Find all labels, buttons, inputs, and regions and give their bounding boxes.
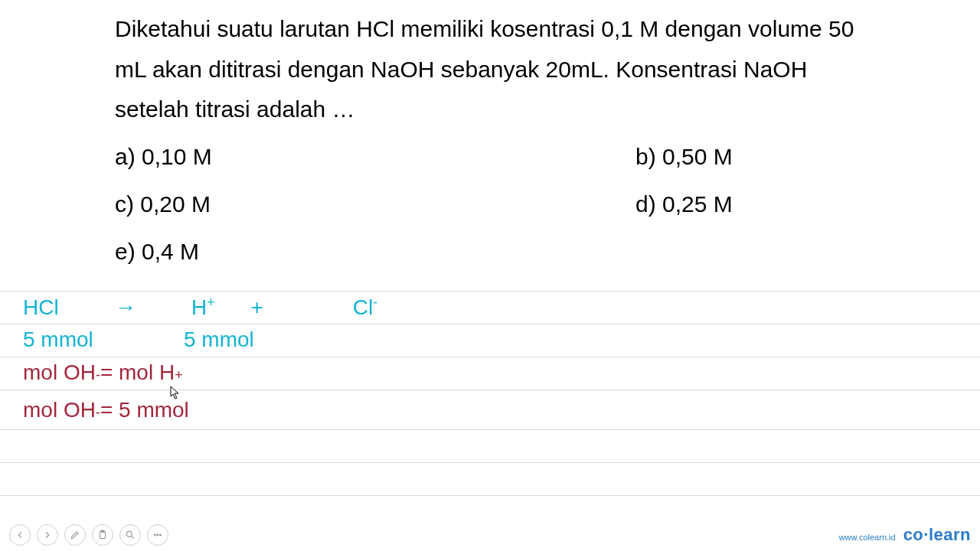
plus-sign: + <box>215 295 299 320</box>
svg-point-4 <box>155 534 156 536</box>
eq2-sup1: - <box>96 405 100 421</box>
chevron-left-icon <box>15 530 25 540</box>
pen-button[interactable] <box>64 524 86 546</box>
eq1-sup1: - <box>96 367 100 383</box>
work-line-3: mol OH- = mol H+ <box>0 357 980 390</box>
eq1-mid: = mol H <box>100 360 175 385</box>
cl-symbol: Cl <box>353 295 373 319</box>
next-button[interactable] <box>37 524 58 546</box>
clipboard-icon <box>97 530 108 540</box>
more-button[interactable] <box>147 524 168 546</box>
bottom-toolbar: www.colearn.id co·learn <box>0 519 980 551</box>
option-c: c) 0,20 M <box>115 191 635 217</box>
option-row: e) 0,4 M <box>115 239 865 265</box>
chevron-right-icon <box>42 530 53 540</box>
option-d: d) 0,25 M <box>635 191 733 217</box>
zoom-button[interactable] <box>119 524 141 546</box>
svg-line-3 <box>132 536 134 539</box>
brand-url: www.colearn.id <box>839 533 896 542</box>
mmol-right: 5 mmol <box>184 328 254 352</box>
arrow-icon: → <box>115 295 191 320</box>
work-line-1: HCl → H+ + Cl- <box>0 291 980 324</box>
option-row: c) 0,20 M d) 0,25 M <box>115 191 865 217</box>
work-line-6 <box>0 462 980 495</box>
work-line-2: 5 mmol 5 mmol <box>0 324 980 357</box>
brand-logo: co·learn <box>903 525 971 545</box>
option-row: a) 0,10 M b) 0,50 M <box>115 144 865 170</box>
svg-point-5 <box>157 534 158 536</box>
work-line-4: mol OH- = 5 mmol <box>0 390 980 429</box>
eq1-prefix: mol OH <box>23 360 96 385</box>
mmol-left: 5 mmol <box>23 328 184 352</box>
brand-area: www.colearn.id co·learn <box>839 525 971 545</box>
clipboard-button[interactable] <box>92 524 113 546</box>
work-line-7 <box>0 495 980 496</box>
reactant-hcl: HCl <box>23 295 115 320</box>
option-b: b) 0,50 M <box>635 144 733 170</box>
work-line-5 <box>0 429 980 462</box>
equation-1: mol OH- = mol H+ <box>23 360 183 385</box>
options-list: a) 0,10 M b) 0,50 M c) 0,20 M d) 0,25 M … <box>115 144 865 265</box>
product-h: H+ <box>191 295 215 320</box>
zoom-icon <box>125 530 136 540</box>
eq2-rest: = 5 mmol <box>100 398 189 422</box>
cl-charge: - <box>373 295 377 310</box>
h-symbol: H <box>191 295 207 319</box>
question-block: Diketahui suatu larutan HCl memiliki kos… <box>0 0 980 294</box>
option-a: a) 0,10 M <box>115 144 635 170</box>
prev-button[interactable] <box>9 524 31 546</box>
work-area: HCl → H+ + Cl- 5 mmol 5 mmol mol OH- = m… <box>0 291 980 496</box>
svg-point-6 <box>160 534 162 536</box>
svg-point-2 <box>126 531 132 536</box>
option-e: e) 0,4 M <box>115 239 635 265</box>
h-charge: + <box>207 295 215 310</box>
more-icon <box>152 530 163 540</box>
question-text: Diketahui suatu larutan HCl memiliki kos… <box>115 9 865 130</box>
product-cl: Cl- <box>353 295 377 320</box>
eq2-prefix: mol OH <box>23 398 96 422</box>
pen-icon <box>70 530 80 540</box>
equation-2: mol OH- = 5 mmol <box>23 398 189 422</box>
eq1-sup2: + <box>175 367 183 383</box>
